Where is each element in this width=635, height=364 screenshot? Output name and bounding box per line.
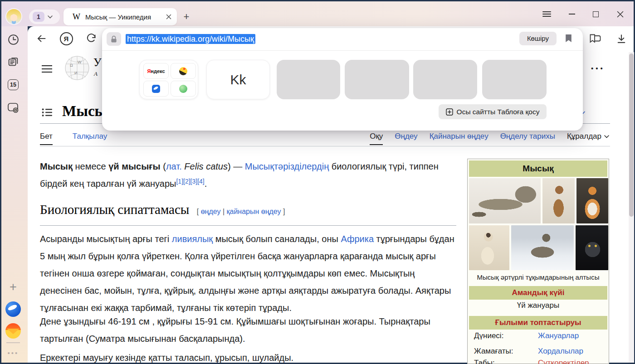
collections-icon xyxy=(589,33,601,44)
conservation-status-header: Амандық күйі xyxy=(469,286,607,300)
browser-menu-button[interactable] xyxy=(539,8,554,20)
new-tab-button[interactable]: + xyxy=(180,10,193,24)
yandex-disk-icon xyxy=(5,301,21,317)
classification-header: Ғылыми топтастыруы xyxy=(469,316,607,330)
inline-link[interactable]: Африка xyxy=(341,234,374,244)
wikipedia-tagline: А xyxy=(94,70,98,78)
wikipedia-favicon: W xyxy=(73,12,80,22)
cat-photo-tabby-snow[interactable] xyxy=(511,225,574,270)
lock-icon xyxy=(111,35,117,43)
yandex-search-tile[interactable]: Яндекс xyxy=(143,63,169,79)
tab-close-icon[interactable] xyxy=(166,14,171,19)
copy-url-button[interactable]: Көшіру xyxy=(519,32,557,45)
sidebar-divider xyxy=(6,342,20,343)
tab-title: Мысық — Уикипедия xyxy=(85,13,166,21)
lead-paragraph: Мысық немесе үй мысығы (лат. Felis catus… xyxy=(40,158,457,192)
tablo-tile-empty[interactable] xyxy=(345,60,409,99)
side-panel-button[interactable]: 15 xyxy=(0,78,26,92)
cat-photo-gray[interactable] xyxy=(576,225,608,270)
page-scrollbar-thumb[interactable] xyxy=(629,53,634,217)
text-segment: | xyxy=(220,208,226,215)
sidebar-add-button[interactable]: + xyxy=(0,280,26,294)
add-to-tablo-button[interactable]: Осы сайтты Таблоға қосу xyxy=(439,104,547,119)
cat-photo-tabby-shelf[interactable] xyxy=(469,178,541,223)
tab-tools[interactable]: Құралдар xyxy=(567,132,609,144)
text-segment: Felis catus xyxy=(184,161,228,171)
section-heading-block: Биологиялық сипаттамасы [ өңдеу | қайнар… xyxy=(40,202,285,217)
browser-tab[interactable]: W Мысық — Уикипедия xyxy=(64,8,177,25)
tab-history[interactable]: Өңделу тарихы xyxy=(500,132,555,144)
collections-button[interactable] xyxy=(588,32,602,45)
address-bar-popup: https://kk.wikipedia.org/wiki/Мысық Көші… xyxy=(102,28,583,131)
tab-page[interactable]: Бет xyxy=(40,132,53,145)
text-segment: мысық болып саналады, оны xyxy=(213,234,341,244)
svg-text:И: И xyxy=(74,71,77,75)
inline-link[interactable]: Мысықтәрізділердің xyxy=(245,161,329,171)
yandex-mail-shortcut[interactable] xyxy=(0,322,26,340)
infobox-title: Мысық xyxy=(469,160,607,177)
close-icon xyxy=(617,11,624,18)
refresh-icon xyxy=(86,33,97,44)
yandex-logo-icon: Я xyxy=(60,32,73,45)
refresh-button[interactable] xyxy=(84,32,98,45)
address-input[interactable]: https://kk.wikipedia.org/wiki/Мысық xyxy=(126,32,255,46)
svg-text:Ω: Ω xyxy=(70,63,73,68)
wikipedia-wordmark: У xyxy=(93,56,102,69)
bookmark-button[interactable] xyxy=(565,34,572,44)
taxonomy-link[interactable]: Жануарлар xyxy=(538,331,579,340)
inline-link[interactable]: [1][2][3][4] xyxy=(176,178,204,185)
inline-link[interactable]: ливиялық xyxy=(172,234,213,244)
wiki-more-menu[interactable]: ••• xyxy=(591,64,605,72)
history-button[interactable] xyxy=(0,33,26,46)
yandex-disk-shortcut[interactable] xyxy=(0,301,26,318)
taxonomy-link[interactable]: Хордалылар xyxy=(538,347,583,356)
wikipedia-globe-logo[interactable]: Ω W И xyxy=(64,54,90,83)
globe-puzzle-icon: Ω W И xyxy=(64,54,90,81)
inline-link[interactable]: қайнарын өңдеу xyxy=(226,208,281,215)
sidebar-more-button[interactable]: ••• xyxy=(0,348,26,357)
inline-link[interactable]: өңдеу xyxy=(201,208,221,215)
back-button[interactable] xyxy=(34,32,48,45)
svg-text:W: W xyxy=(78,60,82,64)
tablo-tile-yandex[interactable]: Яндекс xyxy=(139,60,198,99)
yandex-home-button[interactable]: Я xyxy=(59,32,73,45)
tablo-tile-kk-wikipedia[interactable]: Kk xyxy=(206,60,270,99)
tab-talk[interactable]: Талқылау xyxy=(73,132,107,144)
close-window-button[interactable] xyxy=(612,8,628,20)
minimize-button[interactable] xyxy=(564,8,580,20)
wiki-main-menu-button[interactable] xyxy=(42,63,52,75)
taxonomy-red-link[interactable]: Сүткоректілер xyxy=(538,359,589,364)
taxonomy-row: Дүниесі: Жануарлар xyxy=(474,331,605,340)
profile-avatar[interactable] xyxy=(6,9,21,24)
contents-button[interactable] xyxy=(42,108,53,119)
feed-button[interactable] xyxy=(0,55,26,68)
bookmark-icon xyxy=(565,34,572,43)
taxonomy-row: Жамағаты: Хордалылар xyxy=(474,347,605,356)
maximize-button[interactable] xyxy=(588,8,603,20)
tab-group-selector[interactable]: 1 xyxy=(29,10,60,24)
site-security-chip[interactable] xyxy=(107,32,121,46)
selected-url-text: https://kk.wikipedia.org/wiki/Мысық xyxy=(126,34,255,44)
taxobox: Мысық Мысық әртүрлі тұқымдарының алтысы … xyxy=(467,159,609,364)
screenshot-button[interactable] xyxy=(0,101,26,115)
downloads-button[interactable] xyxy=(615,32,628,45)
tab-edit-source[interactable]: Қайнарын өңдеу xyxy=(430,132,488,144)
screenshot-camera-icon xyxy=(7,102,20,114)
tablo-tile-empty[interactable] xyxy=(482,60,547,99)
tab-read[interactable]: Оқу xyxy=(370,132,383,145)
inline-link[interactable]: лат. xyxy=(166,161,182,171)
yandex-mail-icon xyxy=(5,323,21,339)
tablo-tile-empty[interactable] xyxy=(413,60,477,99)
tablo-tile-empty[interactable] xyxy=(277,60,340,99)
cat-photo-abyssinian[interactable] xyxy=(542,178,575,223)
yandex-images-icon xyxy=(179,67,187,75)
popup-divider xyxy=(102,50,583,51)
yandex-disk-tile[interactable] xyxy=(143,81,169,97)
yandex-service-tile[interactable] xyxy=(171,81,196,97)
cat-photo-orange-white[interactable] xyxy=(576,178,608,223)
yandex-images-tile[interactable] xyxy=(171,63,196,79)
body-paragraph: Асыранды мысықтың арғы тегі ливиялық мыс… xyxy=(40,230,457,316)
cat-photo-siamese[interactable] xyxy=(469,225,509,270)
tab-edit[interactable]: Өңдеу xyxy=(395,132,417,144)
yandex-wordmark: Яндекс xyxy=(147,68,165,74)
